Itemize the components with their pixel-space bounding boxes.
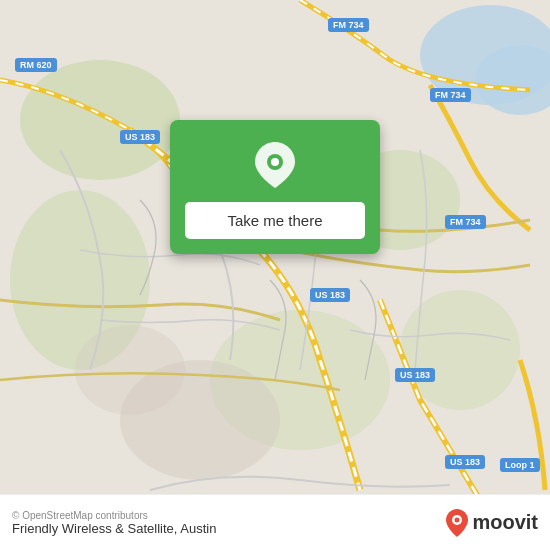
- road-label-fm734c: FM 734: [445, 215, 486, 229]
- road-label-us183b: US 183: [310, 288, 350, 302]
- map-attribution: © OpenStreetMap contributors: [12, 510, 216, 521]
- road-label-us183d: US 183: [445, 455, 485, 469]
- take-me-there-button[interactable]: Take me there: [185, 202, 365, 239]
- moovit-brand-text: moovit: [472, 511, 538, 534]
- road-label-us183a: US 183: [120, 130, 160, 144]
- moovit-logo: moovit: [446, 509, 538, 537]
- svg-point-9: [75, 325, 185, 415]
- svg-point-11: [271, 158, 279, 166]
- moovit-pin-icon: [446, 509, 468, 537]
- bottom-bar: © OpenStreetMap contributors Friendly Wi…: [0, 494, 550, 550]
- bottom-left-info: © OpenStreetMap contributors Friendly Wi…: [12, 510, 216, 536]
- road-label-loop1: Loop 1: [500, 458, 540, 472]
- svg-point-13: [455, 517, 460, 522]
- place-card: Take me there: [170, 120, 380, 254]
- place-name: Friendly Wireless & Satellite, Austin: [12, 521, 216, 536]
- road-label-fm734a: FM 734: [328, 18, 369, 32]
- road-label-us183c: US 183: [395, 368, 435, 382]
- svg-point-3: [20, 60, 180, 180]
- road-label-fm734b: FM 734: [430, 88, 471, 102]
- location-pin-icon: [255, 142, 295, 188]
- map-container: RM 620 FM 734 FM 734 FM 734 US 183 US 18…: [0, 0, 550, 550]
- road-label-rm620: RM 620: [15, 58, 57, 72]
- location-icon-wrapper: [250, 140, 300, 190]
